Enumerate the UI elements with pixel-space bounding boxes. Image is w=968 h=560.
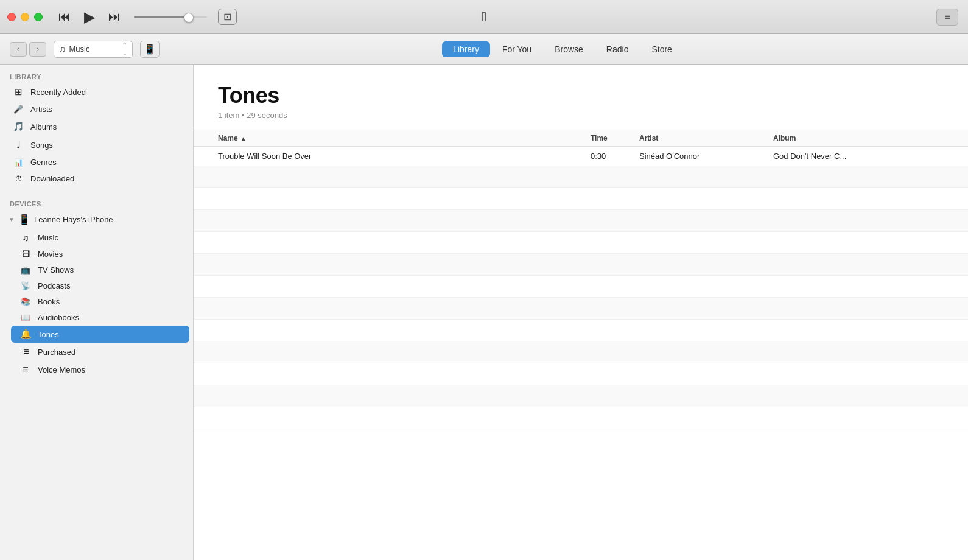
sidebar-item-songs[interactable]: ♩ Songs <box>4 136 189 153</box>
downloaded-label: Downloaded <box>30 174 74 183</box>
device-chevron-icon: ▼ <box>9 216 15 223</box>
device-name-label: Leanne Hays's iPhone <box>34 215 113 224</box>
maximize-button[interactable] <box>34 13 43 21</box>
nav-buttons: ‹ › <box>10 42 46 57</box>
tones-label: Tones <box>38 330 59 339</box>
recently-added-label: Recently Added <box>30 88 86 97</box>
sidebar-item-tv-shows[interactable]: 📺 TV Shows <box>11 262 189 278</box>
forward-icon: › <box>37 45 39 54</box>
col-artist-label: Artist <box>639 134 658 142</box>
back-button[interactable]: ‹ <box>10 42 27 57</box>
nav-tabs: Library For You Browse Radio Store <box>442 41 683 57</box>
col-album-label: Album <box>773 134 796 142</box>
close-button[interactable] <box>7 13 16 21</box>
apple-logo:  <box>482 9 486 25</box>
col-name-label: Name <box>218 134 238 142</box>
tab-store[interactable]: Store <box>640 41 682 57</box>
sidebar-item-music[interactable]: ♫ Music <box>11 229 189 246</box>
table-row-empty-8 <box>194 320 968 341</box>
table-row-empty-7 <box>194 298 968 320</box>
tab-radio[interactable]: Radio <box>595 41 640 57</box>
library-section-label: Library <box>0 65 193 83</box>
list-view-icon: ≡ <box>944 12 950 23</box>
airplay-icon: ⊡ <box>223 12 231 22</box>
purchased-label: Purchased <box>38 348 75 357</box>
sort-icon: ▲ <box>240 135 247 142</box>
table-row-empty-6 <box>194 276 968 298</box>
sidebar-item-recently-added[interactable]: ⊞ Recently Added <box>4 83 189 100</box>
sidebar-item-downloaded[interactable]: ⏱ Downloaded <box>4 171 189 186</box>
device-header[interactable]: ▼ 📱 Leanne Hays's iPhone <box>0 210 193 229</box>
cell-name: Trouble Will Soon Be Over <box>218 152 591 161</box>
tv-shows-icon: 📺 <box>19 265 32 275</box>
songs-icon: ♩ <box>12 139 24 150</box>
col-time[interactable]: Time <box>591 134 639 142</box>
traffic-lights <box>7 13 43 21</box>
airplay-button[interactable]: ⊡ <box>218 9 237 25</box>
voice-memos-label: Voice Memos <box>38 365 85 374</box>
titlebar: ⏮ ▶ ⏭ ⊡  ≡ <box>0 0 968 34</box>
forward-button[interactable]: ⏭ <box>105 10 124 24</box>
sidebar-item-purchased[interactable]: ≡ Purchased <box>11 343 189 360</box>
list-view-button[interactable]: ≡ <box>936 9 958 26</box>
table-row-empty-4 <box>194 232 968 254</box>
tab-for-you[interactable]: For You <box>491 41 542 57</box>
volume-slider[interactable] <box>134 16 207 18</box>
cell-album: God Don't Never C... <box>773 152 925 161</box>
genres-label: Genres <box>30 158 57 167</box>
sidebar-item-tones[interactable]: 🔔 Tones <box>11 326 189 343</box>
cell-artist: Sinéad O'Connor <box>639 152 773 161</box>
col-extra <box>925 134 944 142</box>
col-artist[interactable]: Artist <box>639 134 773 142</box>
audiobooks-label: Audiobooks <box>38 313 79 322</box>
table-header: Name ▲ Time Artist Album <box>194 130 968 147</box>
content-title: Tones <box>218 83 944 108</box>
artists-label: Artists <box>30 105 52 114</box>
chevron-icon: ⌃⌄ <box>122 41 127 57</box>
device-button[interactable]: 📱 <box>140 41 160 58</box>
tab-library[interactable]: Library <box>442 41 490 57</box>
minimize-button[interactable] <box>21 13 29 21</box>
source-selector[interactable]: ♫ Music ⌃⌄ <box>54 41 133 58</box>
table-row[interactable]: Trouble Will Soon Be Over 0:30 Sinéad O'… <box>194 147 968 166</box>
table-row-empty-1 <box>194 166 968 188</box>
col-time-label: Time <box>591 134 608 142</box>
sidebar-item-movies[interactable]: 🎞 Movies <box>11 247 189 262</box>
podcasts-label: Podcasts <box>38 281 70 290</box>
device-children: ♫ Music 🎞 Movies 📺 TV Shows 📡 Podcasts 📚 <box>0 229 193 378</box>
table-row-empty-10 <box>194 363 968 385</box>
sidebar-item-voice-memos[interactable]: ≡ Voice Memos <box>11 361 189 378</box>
iphone-icon: 📱 <box>144 43 156 55</box>
podcasts-icon: 📡 <box>19 281 32 290</box>
movies-icon: 🎞 <box>19 250 32 259</box>
back-icon: ‹ <box>17 45 19 54</box>
content-header: Tones 1 item • 29 seconds <box>194 65 968 130</box>
tab-browse[interactable]: Browse <box>544 41 594 57</box>
play-button[interactable]: ▶ <box>80 9 99 26</box>
table-row-empty-9 <box>194 341 968 363</box>
tracks-table: Name ▲ Time Artist Album Trouble Will So… <box>194 130 968 560</box>
col-album[interactable]: Album <box>773 134 925 142</box>
forward-button[interactable]: › <box>29 42 46 57</box>
sidebar-item-audiobooks[interactable]: 📖 Audiobooks <box>11 310 189 325</box>
sidebar-item-albums[interactable]: 🎵 Albums <box>4 118 189 135</box>
sidebar-item-books[interactable]: 📚 Books <box>11 294 189 309</box>
toolbar: ‹ › ♫ Music ⌃⌄ 📱 Library For You Browse … <box>0 34 968 65</box>
downloaded-icon: ⏱ <box>12 174 24 183</box>
table-row-empty-12 <box>194 407 968 429</box>
playback-controls: ⏮ ▶ ⏭ <box>55 9 124 26</box>
music-note-icon: ♫ <box>59 44 66 54</box>
recently-added-icon: ⊞ <box>12 86 24 97</box>
rewind-button[interactable]: ⏮ <box>55 10 74 24</box>
col-name[interactable]: Name ▲ <box>218 134 591 142</box>
table-row-empty-2 <box>194 188 968 210</box>
tones-icon: 🔔 <box>19 329 32 340</box>
sidebar-item-artists[interactable]: 🎤 Artists <box>4 102 189 117</box>
albums-icon: 🎵 <box>12 121 24 132</box>
purchased-icon: ≡ <box>19 346 32 357</box>
table-row-empty-3 <box>194 210 968 232</box>
artists-icon: 🎤 <box>12 105 24 114</box>
sidebar-item-genres[interactable]: 📊 Genres <box>4 155 189 170</box>
sidebar-item-podcasts[interactable]: 📡 Podcasts <box>11 278 189 293</box>
books-label: Books <box>38 297 60 306</box>
